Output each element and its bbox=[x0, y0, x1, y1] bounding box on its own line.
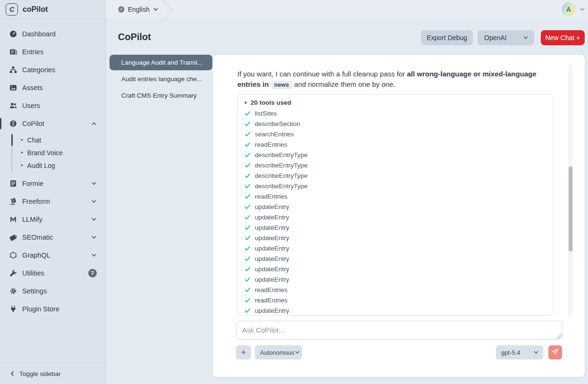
gauge-icon bbox=[9, 30, 17, 38]
model-selected-value: gpt-5.4 bbox=[501, 349, 520, 356]
utilities-badge: 7 bbox=[88, 269, 97, 277]
brain-icon bbox=[9, 120, 17, 127]
sidebar-item-categories[interactable]: Categories bbox=[0, 61, 105, 79]
conversation-list: Language Audit and Transl...Audit entrie… bbox=[109, 55, 212, 104]
sidebar-item-utilities[interactable]: Utilities7 bbox=[0, 264, 105, 282]
sidebar-subitem-brand-voice[interactable]: •Brand Voice bbox=[11, 146, 105, 159]
check-icon bbox=[244, 121, 251, 127]
tool-call-row: updateEntry bbox=[238, 253, 553, 264]
news-icon bbox=[9, 48, 17, 56]
sidebar-item-formie[interactable]: Formie bbox=[0, 175, 105, 192]
check-icon bbox=[244, 276, 251, 283]
sidebar-item-llmify[interactable]: LLMify bbox=[0, 210, 105, 228]
model-select[interactable]: gpt-5.4 bbox=[496, 345, 543, 359]
tools-used-label: 20 tools used bbox=[251, 99, 291, 106]
check-icon bbox=[244, 193, 251, 200]
chat-scrollbar-thumb[interactable] bbox=[569, 167, 572, 251]
sidebar-subitem-audit-log[interactable]: •Audit Log bbox=[11, 159, 105, 172]
check-icon bbox=[244, 225, 251, 231]
tool-name: describeSection bbox=[255, 120, 300, 127]
account-menu-chevron-icon[interactable] bbox=[580, 7, 585, 12]
check-icon bbox=[244, 266, 251, 272]
chat-input[interactable] bbox=[236, 321, 563, 340]
bullet-icon: • bbox=[21, 149, 23, 156]
tool-name: describeEntryType bbox=[255, 151, 308, 159]
mode-selected-value: Autonomous bbox=[260, 349, 294, 356]
sidebar-item-graphql[interactable]: GraphQL bbox=[0, 246, 105, 264]
tool-name: describeEntryType bbox=[255, 183, 308, 190]
wrench-icon bbox=[9, 269, 17, 277]
triangle-down-icon: ▾ bbox=[244, 100, 247, 105]
conversation-item[interactable]: Craft CMS Entry Summary bbox=[109, 88, 212, 103]
sidebar-item-settings[interactable]: Settings bbox=[0, 282, 105, 300]
bullet-icon: • bbox=[21, 136, 23, 143]
tool-call-row: updateEntry bbox=[238, 222, 553, 233]
app-window: C coPilot DashboardEntriesCategoriesAsse… bbox=[0, 0, 588, 384]
sidebar-subitem-chat[interactable]: •Chat bbox=[11, 134, 105, 146]
chat-panel: If you want, I can continue with a full … bbox=[212, 54, 585, 377]
check-icon bbox=[244, 204, 251, 210]
sidebar-item-entries[interactable]: Entries bbox=[0, 43, 105, 61]
export-debug-button[interactable]: Export Debug bbox=[421, 30, 473, 45]
provider-select[interactable]: OpenAI bbox=[478, 30, 534, 45]
check-icon bbox=[244, 162, 251, 168]
code-chip: news bbox=[271, 81, 292, 89]
paper-plane-icon bbox=[552, 348, 559, 357]
tool-name: updateEntry bbox=[255, 224, 289, 231]
tool-name: describeEntryType bbox=[255, 172, 308, 179]
tool-call-row: updateEntry bbox=[238, 274, 553, 284]
gear-icon bbox=[9, 287, 17, 295]
sidebar-item-assets[interactable]: Assets bbox=[0, 79, 105, 97]
sidebar-item-seomatic[interactable]: SEOmatic bbox=[0, 228, 105, 246]
brand-title: coPilot bbox=[23, 5, 48, 14]
check-icon bbox=[244, 214, 251, 220]
tool-call-row: readEntries bbox=[238, 139, 553, 150]
check-icon bbox=[244, 235, 251, 241]
sidebar-item-freeform[interactable]: Freeform bbox=[0, 192, 105, 210]
chevron-down-icon bbox=[91, 234, 97, 240]
sidebar-item-copilot[interactable]: CoPilot bbox=[0, 115, 105, 133]
send-button[interactable] bbox=[548, 345, 562, 359]
provider-selected-value: OpenAI bbox=[484, 34, 506, 42]
sidebar-header: C coPilot bbox=[0, 0, 105, 19]
sidebar-nav: DashboardEntriesCategoriesAssetsUsersCoP… bbox=[0, 19, 105, 318]
sidebar-item-plugin-store[interactable]: Plugin Store bbox=[0, 300, 105, 318]
new-chat-button[interactable]: New Chat + bbox=[541, 30, 585, 45]
tool-call-row: updateEntry bbox=[238, 243, 553, 253]
breadcrumb-divider bbox=[162, 0, 173, 19]
check-icon bbox=[244, 245, 251, 251]
chevron-up-icon bbox=[91, 121, 97, 126]
tool-name: updateEntry bbox=[255, 266, 289, 273]
tools-used-toggle[interactable]: ▾ 20 tools used bbox=[238, 95, 553, 108]
copilot-logo-icon: C bbox=[6, 3, 18, 16]
toggle-sidebar-button[interactable]: Toggle sidebar bbox=[0, 363, 105, 384]
chevron-down-icon bbox=[294, 350, 300, 355]
sidebar-item-dashboard[interactable]: Dashboard bbox=[0, 25, 105, 43]
sidebar-subnav: •Chat•Brand Voice•Audit Log bbox=[11, 133, 105, 175]
tool-call-row: listSites bbox=[238, 108, 553, 118]
conversation-item[interactable]: Language Audit and Transl... bbox=[109, 55, 212, 70]
tool-call-row: describeEntryType bbox=[238, 170, 553, 181]
top-bar: English A bbox=[106, 0, 588, 19]
form-icon bbox=[9, 180, 17, 187]
conversation-item[interactable]: Audit entries language che... bbox=[109, 71, 212, 87]
chat-scrollbar-track[interactable] bbox=[568, 64, 573, 317]
mode-select[interactable]: Autonomous bbox=[255, 345, 302, 359]
language-label: English bbox=[128, 6, 150, 13]
chevron-down-icon bbox=[523, 35, 529, 41]
tag-icon bbox=[9, 234, 17, 241]
tools-list: listSitesdescribeSectionsearchEntriesrea… bbox=[238, 108, 553, 316]
tool-call-row: readEntries bbox=[238, 295, 553, 305]
tool-call-row: updateEntry bbox=[238, 264, 553, 274]
check-icon bbox=[244, 110, 251, 117]
add-attachment-button[interactable]: + bbox=[236, 345, 251, 359]
language-switcher[interactable]: English bbox=[118, 0, 159, 19]
avatar[interactable]: A bbox=[562, 2, 576, 17]
check-icon bbox=[244, 287, 251, 293]
tool-call-row: describeSection bbox=[238, 118, 553, 129]
check-icon bbox=[244, 131, 251, 137]
sidebar-item-users[interactable]: Users bbox=[0, 97, 105, 115]
assistant-message: If you want, I can continue with a full … bbox=[237, 69, 553, 89]
chevron-down-icon bbox=[91, 252, 97, 258]
tool-call-row: updateEntry bbox=[238, 212, 553, 222]
